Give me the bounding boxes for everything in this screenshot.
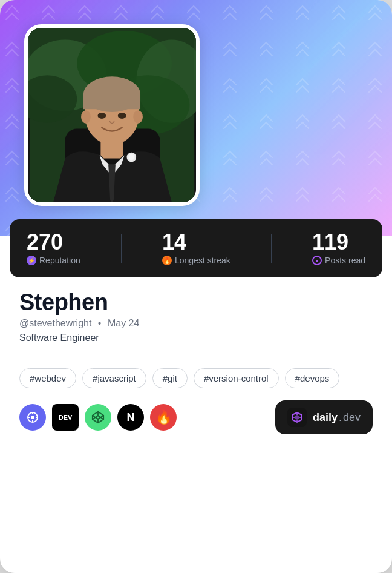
dailydev-logo-icon: [287, 408, 307, 427]
header-banner: [0, 0, 392, 236]
dev-to-icon[interactable]: DEV: [52, 404, 79, 431]
profile-section: Stephen @stevethewright • May 24 Softwar…: [0, 290, 392, 449]
dailydev-text: daily . dev: [313, 411, 361, 424]
tag-item[interactable]: #git: [152, 368, 188, 388]
stat-streak: 14 🔥 Longest streak: [162, 231, 230, 265]
social-icons: DEV N 🔥: [19, 404, 177, 431]
stats-bar: 270 ⚡ Reputation 14 🔥 Longest streak 119…: [10, 219, 382, 277]
crosshair-icon[interactable]: [19, 404, 46, 431]
username: @stevethewright: [19, 318, 91, 328]
streak-icon: 🔥: [162, 256, 172, 265]
stat-posts: 119 ● Posts read: [312, 231, 365, 265]
tag-item[interactable]: #devops: [285, 368, 340, 388]
social-row: DEV N 🔥: [19, 400, 373, 434]
reputation-value: 270: [27, 231, 80, 253]
meta-separator: •: [98, 318, 102, 328]
profile-name: Stephen: [19, 290, 373, 316]
posts-label: ● Posts read: [312, 256, 365, 265]
svg-point-23: [31, 416, 34, 419]
svg-point-17: [118, 113, 126, 119]
stat-reputation: 270 ⚡ Reputation: [27, 231, 80, 265]
tags-section: #webdev#javascript#git#version-control#d…: [19, 368, 373, 388]
dailydev-badge[interactable]: daily . dev: [275, 400, 373, 434]
svg-point-11: [81, 110, 91, 124]
flame-icon[interactable]: 🔥: [150, 404, 177, 431]
posts-icon: ●: [312, 256, 322, 265]
svg-point-15: [128, 154, 134, 161]
dailydev-suffix: dev: [343, 411, 361, 424]
reputation-label: ⚡ Reputation: [27, 256, 80, 265]
avatar-photo: [28, 28, 196, 202]
section-divider: [19, 356, 373, 356]
profile-meta: @stevethewright • May 24: [19, 318, 373, 329]
profile-card: 270 ⚡ Reputation 14 🔥 Longest streak 119…: [0, 0, 392, 573]
svg-rect-10: [83, 94, 140, 109]
join-date: May 24: [108, 318, 139, 328]
tag-item[interactable]: #javascript: [82, 368, 146, 388]
tag-item[interactable]: #webdev: [19, 368, 76, 388]
svg-point-16: [97, 113, 106, 119]
dailydev-dot: .: [339, 411, 342, 424]
codepen-icon[interactable]: [85, 404, 111, 431]
tag-item[interactable]: #version-control: [194, 368, 279, 388]
posts-value: 119: [312, 231, 365, 253]
dailydev-name: daily: [313, 411, 338, 424]
avatar-inner: [28, 28, 196, 202]
profile-title: Software Engineer: [19, 333, 373, 343]
next-js-icon[interactable]: N: [117, 404, 144, 431]
streak-label: 🔥 Longest streak: [162, 256, 230, 265]
avatar: [24, 24, 200, 206]
stat-divider-2: [271, 234, 272, 263]
streak-value: 14: [162, 231, 230, 253]
stat-divider-1: [121, 234, 122, 263]
svg-point-12: [133, 110, 143, 124]
svg-rect-13: [100, 141, 123, 158]
reputation-icon: ⚡: [27, 256, 36, 265]
